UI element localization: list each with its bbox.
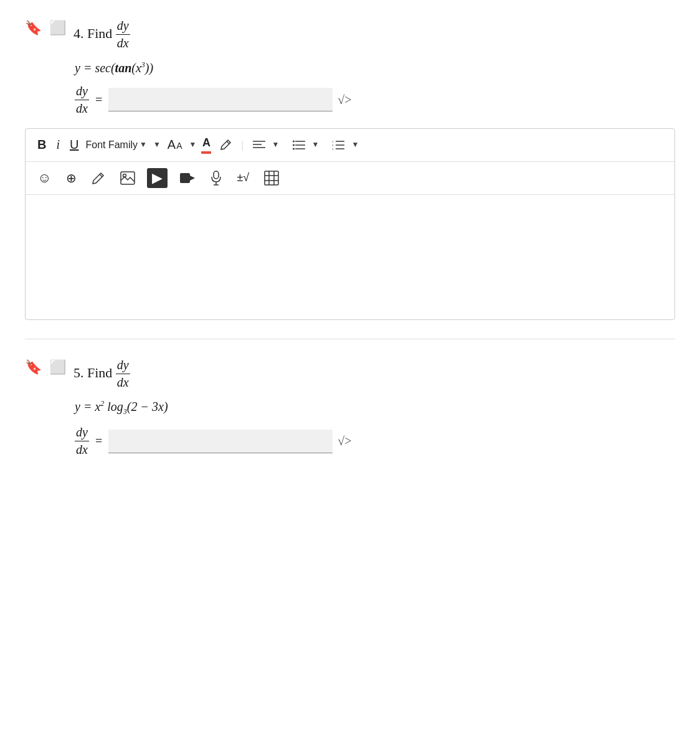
aa-dropdown-arrow[interactable]: ▼ [189,140,197,149]
play-button[interactable]: ▶ [147,168,168,188]
bookmark-icon-5[interactable]: 🔖 [25,359,42,375]
answer-input-4[interactable] [108,88,333,111]
video-button[interactable] [176,171,199,185]
answer-fraction: dy dx [75,84,89,116]
image-button[interactable] [117,170,138,186]
list-arrow[interactable]: ▼ [312,140,319,149]
numbered-list-arrow[interactable]: ▼ [351,140,359,149]
emoji-button[interactable]: ☺ [34,169,54,187]
problem-fraction: dy dx [116,19,130,50]
problem-5: 🔖 ⬜ 5. Find dy dx y = x2 log3(2 − 3x) dy… [25,358,675,458]
sqrt-icon-4[interactable]: √> [338,93,351,107]
list-icon [293,139,305,151]
numbered-list-button[interactable]: 1 2 3 [329,138,348,152]
problem-4-title: 4. Find dy dx [73,19,130,50]
problem-5-title: 5. Find dy dx [73,358,130,390]
font-family-arrow[interactable]: ▼ [140,140,147,149]
rich-text-editor: B i U Font Family ▼ ▼ AA ▼ A [25,128,675,320]
svg-rect-19 [214,171,219,179]
find-label: Find [87,26,112,41]
mic-button[interactable] [207,169,225,187]
problem-5-fraction: dy dx [116,358,130,390]
svg-point-8 [293,148,295,149]
problem-number: 4. [73,26,84,41]
font-color-button[interactable]: A [200,135,212,155]
mic-icon [210,171,222,186]
problem-4: 🔖 ⬜ 4. Find dy dx y = sec(tan(x3)) dy dx… [25,19,675,116]
svg-text:1: 1 [332,140,334,143]
table-icon [264,171,279,186]
font-family-wrapper: Font Family ▼ [85,139,146,151]
underline-button[interactable]: U [67,136,82,153]
svg-text:2: 2 [332,144,334,147]
svg-marker-18 [190,176,195,181]
svg-rect-22 [265,171,278,185]
problem-5-equation: y = x2 log3(2 − 3x) [75,400,675,417]
align-arrow[interactable]: ▼ [272,140,280,149]
pencil-button[interactable] [88,170,108,186]
list-button[interactable] [290,138,308,152]
table-button[interactable] [261,169,282,187]
toolbar-row-2: ☺ ⊕ ▶ [26,162,674,195]
image-icon [120,171,135,185]
answer-line-4: √> [108,88,351,111]
aa-arrow: ▼ [153,140,161,149]
answer-line-5: √> [108,430,351,453]
numbered-list-icon: 1 2 3 [332,139,344,151]
highlight-icon [219,139,232,151]
problem-4-answer-row: dy dx = √> [75,84,675,116]
problem-5-number: 5. [73,364,84,380]
bold-button[interactable]: B [34,136,49,153]
align-button[interactable] [250,138,268,152]
section-divider [25,339,675,339]
font-color-bar [201,151,211,154]
svg-rect-17 [180,173,190,183]
bookmark-icon[interactable]: 🔖 [25,20,42,36]
problem-4-equation: y = sec(tan(x3)) [75,60,675,75]
svg-point-7 [293,144,295,146]
svg-point-6 [293,140,295,142]
copy-icon-5[interactable]: ⬜ [49,359,66,375]
highlight-button[interactable] [216,138,235,153]
problem-5-answer-row: dy dx = √> [75,425,675,457]
toolbar-row-1: B i U Font Family ▼ ▼ AA ▼ A [26,129,674,162]
link-button[interactable]: ⊕ [63,169,80,187]
math-button[interactable]: ±√ [234,170,252,186]
italic-button[interactable]: i [53,136,63,153]
video-icon [179,172,196,184]
font-size-button[interactable]: AA [164,136,186,153]
pencil-icon [92,171,105,185]
font-family-label: Font Family [85,139,138,151]
answer-input-5[interactable] [108,430,333,453]
copy-icon[interactable]: ⬜ [49,20,66,36]
answer-fraction-5: dy dx [75,425,89,457]
editor-content[interactable] [26,195,674,319]
sqrt-icon-5[interactable]: √> [338,434,351,448]
find-label-5: Find [87,364,112,380]
svg-text:3: 3 [332,148,334,151]
align-icon [253,139,265,151]
